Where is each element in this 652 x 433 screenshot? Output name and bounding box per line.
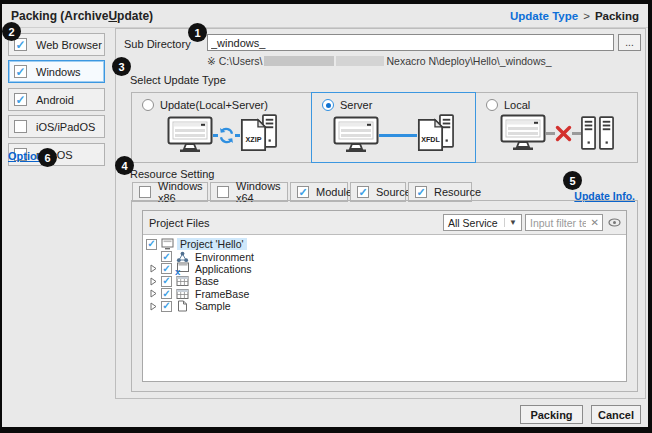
browse-button[interactable]: ...	[618, 34, 641, 51]
update-type-option-local[interactable]: Local	[476, 93, 638, 162]
framebase-checkbox[interactable]: ✓	[161, 288, 172, 299]
server-radio[interactable]	[322, 99, 334, 111]
update-type-group: Update(Local+Server) XZIP	[131, 92, 638, 163]
checkbox-label: Resource	[434, 186, 481, 198]
filter-input[interactable]	[526, 217, 586, 229]
ios-checkbox[interactable]: ✓	[14, 120, 27, 133]
sample-checkbox[interactable]: ✓	[161, 301, 172, 312]
server-radio-label: Server	[340, 99, 372, 111]
sidebar-item-label: Windows	[36, 66, 81, 78]
path-prefix: ※ C:\Users\	[207, 55, 262, 67]
server-connector-line	[379, 134, 417, 137]
eye-icon[interactable]	[606, 214, 622, 231]
expand-arrow-icon[interactable]	[149, 289, 158, 298]
project-files-header: Project Files All Service ▼ ✕	[143, 211, 626, 235]
redacted-block	[336, 56, 384, 66]
project-icon	[160, 238, 174, 250]
breadcrumb-separator: >	[583, 10, 590, 22]
grid-folder-icon	[175, 275, 189, 287]
service-filter-dropdown[interactable]: All Service ▼	[443, 214, 522, 231]
blocked-x-icon	[555, 125, 572, 142]
callout-badge-2: 2	[2, 22, 21, 41]
tree-row-sample[interactable]: ✓ Sample	[146, 300, 626, 312]
resource-checkbox-row: ✓ Windows x86 ✓ Windows x64 ✓ Module ✓ S…	[132, 182, 472, 202]
chevron-down-icon: ▼	[504, 218, 521, 227]
grid-folder-icon	[175, 288, 189, 300]
environment-checkbox[interactable]: ✓	[161, 251, 172, 262]
tree-label[interactable]: Project 'Hello'	[177, 238, 247, 250]
callout-badge-1: 1	[188, 23, 207, 42]
filter-input-wrap: ✕	[525, 214, 603, 231]
monitor-icon	[500, 114, 546, 152]
title-bar: Packing (ArchiveUpdate) Update Type > Pa…	[2, 4, 648, 28]
tree-label[interactable]: Applications	[192, 263, 255, 275]
callout-badge-3: 3	[112, 57, 131, 76]
sidebar-item-label: iOS/iPadOS	[36, 121, 95, 133]
cancel-button[interactable]: Cancel	[591, 405, 641, 424]
sub-directory-input[interactable]	[207, 34, 614, 51]
breadcrumb-update-type-link[interactable]: Update Type	[510, 10, 578, 22]
svg-text:XFDL: XFDL	[421, 136, 440, 144]
resource-checkbox[interactable]: ✓	[415, 186, 427, 198]
sidebar-item-android[interactable]: ✓ Android	[8, 88, 105, 111]
xzip-file-icon: XZIP	[240, 118, 267, 152]
callout-badge-4: 4	[115, 156, 134, 175]
tree-row-framebase[interactable]: ✓ FrameBase	[146, 288, 626, 300]
web-browser-checkbox[interactable]: ✓	[14, 38, 27, 51]
android-checkbox[interactable]: ✓	[14, 93, 27, 106]
checkbox-label: Module	[316, 186, 352, 198]
tree-label[interactable]: FrameBase	[192, 288, 252, 300]
update-type-option-server[interactable]: Server XFDL	[311, 92, 476, 163]
clear-filter-icon[interactable]: ✕	[591, 217, 602, 228]
resource-option-module[interactable]: ✓ Module	[290, 182, 348, 202]
project-checkbox[interactable]: ✓	[146, 239, 157, 250]
packing-button[interactable]: Packing	[520, 405, 583, 424]
tree-label[interactable]: Sample	[192, 300, 234, 312]
breadcrumb: Update Type > Packing	[510, 10, 639, 22]
environment-icon	[175, 251, 189, 263]
xfdl-file-icon: XFDL	[417, 118, 444, 152]
base-checkbox[interactable]: ✓	[161, 276, 172, 287]
update-radio[interactable]	[142, 99, 154, 111]
svg-text:XZIP: XZIP	[245, 136, 261, 144]
tree-row-base[interactable]: ✓ Base	[146, 275, 626, 287]
resource-option-windows-x86[interactable]: ✓ Windows x86	[132, 182, 208, 202]
tree-label[interactable]: Base	[192, 275, 222, 287]
resource-option-resource[interactable]: ✓ Resource	[408, 182, 472, 202]
sidebar-item-ios-ipados[interactable]: ✓ iOS/iPadOS	[8, 115, 105, 138]
expand-arrow-icon[interactable]	[149, 264, 158, 273]
main-panel: Sub Directory ... ※ C:\Users\ Nexacro N\…	[115, 28, 646, 399]
local-radio[interactable]	[486, 99, 498, 111]
resource-option-windows-x64[interactable]: ✓ Windows x64	[210, 182, 288, 202]
resource-option-source[interactable]: ✓ Source	[350, 182, 406, 202]
blocked-connector-line	[546, 132, 555, 135]
sidebar-item-label: Android	[36, 94, 74, 106]
applications-checkbox[interactable]: ✓	[161, 263, 172, 274]
local-radio-label: Local	[504, 99, 530, 111]
sync-refresh-icon	[218, 127, 235, 144]
path-suffix: Nexacro N\deploy\Hello\_windows_	[386, 55, 551, 67]
tree-row-project[interactable]: ✓ Project 'Hello'	[146, 238, 626, 250]
sidebar-item-web-browser[interactable]: ✓ Web Browser	[8, 33, 105, 56]
tree-row-environment[interactable]: ✓ Environment	[146, 250, 626, 262]
expand-arrow-icon[interactable]	[149, 277, 158, 286]
module-checkbox[interactable]: ✓	[297, 186, 309, 198]
source-checkbox[interactable]: ✓	[357, 186, 369, 198]
windows-checkbox[interactable]: ✓	[14, 65, 27, 78]
tree-label[interactable]: Environment	[192, 251, 257, 263]
sidebar-item-windows[interactable]: ✓ Windows	[8, 60, 105, 83]
resource-setting-group: Project Files All Service ▼ ✕	[131, 200, 638, 392]
deploy-path-note: ※ C:\Users\ Nexacro N\deploy\Hello\_wind…	[207, 55, 552, 67]
blocked-connector-line	[572, 132, 581, 135]
tree-row-applications[interactable]: ✓ x Applications	[146, 263, 626, 275]
monitor-icon	[333, 116, 379, 154]
update-radio-label: Update(Local+Server)	[160, 99, 268, 111]
monitor-icon	[167, 116, 213, 154]
update-type-option-update[interactable]: Update(Local+Server) XZIP	[132, 93, 311, 162]
select-update-type-label: Select Update Type	[130, 74, 226, 86]
windows-x86-checkbox[interactable]: ✓	[139, 186, 151, 198]
windows-x64-checkbox[interactable]: ✓	[217, 186, 229, 198]
expand-arrow-icon[interactable]	[149, 302, 158, 311]
project-files-panel: Project Files All Service ▼ ✕	[142, 210, 627, 382]
sub-directory-label: Sub Directory	[124, 38, 191, 50]
